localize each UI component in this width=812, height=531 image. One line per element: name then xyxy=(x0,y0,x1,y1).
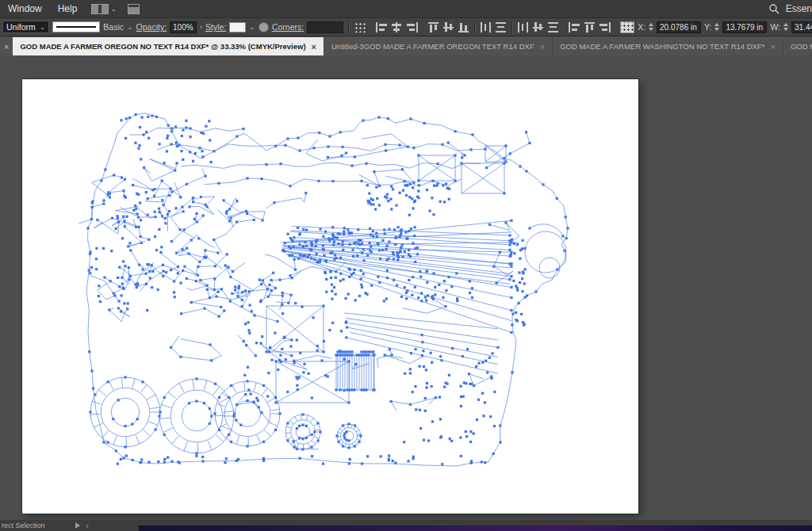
chevron-left-icon[interactable]: ‹ xyxy=(86,521,89,530)
style-swatch[interactable] xyxy=(229,22,246,32)
control-bar: Uniform ⌄ Basic ⌄ Opacity: 100% › Style:… xyxy=(0,17,812,36)
canvas-area[interactable] xyxy=(0,55,812,520)
align-horizontal-center-icon[interactable] xyxy=(391,22,403,32)
chevron-right-icon[interactable]: › xyxy=(200,24,202,31)
opacity-value[interactable]: 100% xyxy=(170,21,197,33)
stroke-preview[interactable] xyxy=(52,21,100,32)
menu-window[interactable]: Window xyxy=(0,3,50,14)
document-tab[interactable]: GOD MADE A FARMER WASHINGTON NO TEXT R14… xyxy=(553,37,783,55)
chevron-down-icon: ⌄ xyxy=(110,6,117,13)
artboard[interactable] xyxy=(22,79,638,514)
corners-label[interactable]: Corners: xyxy=(272,22,304,32)
tab-overflow-close-icon[interactable]: × xyxy=(0,37,13,55)
brush-value: Basic xyxy=(103,22,124,32)
close-icon[interactable]: × xyxy=(770,42,775,52)
tab-label: GOD MADE A FARMER WASHINGTON NO TEXT R14… xyxy=(560,42,764,51)
distribute-left-icon[interactable] xyxy=(517,22,529,32)
x-stepper[interactable] xyxy=(649,23,653,31)
align-vertical-center-icon[interactable] xyxy=(442,22,454,32)
close-icon[interactable]: × xyxy=(540,42,545,52)
vector-artwork[interactable] xyxy=(86,109,593,478)
brush-dropdown[interactable]: Basic ⌄ xyxy=(103,22,132,32)
align-right-icon[interactable] xyxy=(406,22,418,32)
opacity-label[interactable]: Opacity: xyxy=(136,22,167,32)
menu-help[interactable]: Help xyxy=(50,3,86,14)
workspace-switcher[interactable]: Essen xyxy=(786,3,812,14)
recolor-artwork-icon[interactable] xyxy=(259,22,269,32)
close-icon[interactable]: × xyxy=(312,42,316,52)
chevron-down-icon: ⌄ xyxy=(127,24,133,31)
style-label[interactable]: Style: xyxy=(205,22,226,32)
document-tab[interactable]: Untitled-3GOD MADE A FARMER OREGON TEXT … xyxy=(324,37,553,55)
divider xyxy=(511,21,512,34)
tab-label: GOD MADE A FARMER WASHING xyxy=(791,42,812,51)
distribute-vertical-icon[interactable] xyxy=(495,22,507,32)
current-tool-label: rect Selection xyxy=(0,521,45,529)
taskbar-strip xyxy=(139,525,812,531)
distribute-spacing-h-icon[interactable] xyxy=(569,22,580,32)
distribute-spacing-v-icon[interactable] xyxy=(584,22,596,32)
variable-width-dropdown[interactable]: Uniform ⌄ xyxy=(2,21,49,33)
corners-value[interactable] xyxy=(307,21,343,33)
divider xyxy=(348,21,349,34)
align-to-artboard-icon[interactable] xyxy=(620,21,634,33)
chevron-down-icon: ⌄ xyxy=(40,24,46,31)
distribute-center-icon[interactable] xyxy=(532,22,544,32)
tab-label: Untitled-3GOD MADE A FARMER OREGON TEXT … xyxy=(331,42,534,51)
variable-width-value: Uniform xyxy=(6,22,36,32)
arrange-documents-icon[interactable] xyxy=(91,4,109,14)
menubar-right-group: Essen xyxy=(768,3,812,14)
search-icon[interactable] xyxy=(768,3,779,14)
w-label: W: xyxy=(770,22,780,32)
y-stepper[interactable] xyxy=(714,23,719,31)
align-bottom-icon[interactable] xyxy=(458,22,469,32)
distribute-spacing-icon[interactable] xyxy=(599,22,611,32)
menu-bar: Window Help ⌄ Essen xyxy=(0,0,812,17)
document-arrange-icon[interactable] xyxy=(128,4,140,14)
x-value[interactable]: 20.0786 in xyxy=(657,21,701,33)
document-tab[interactable]: GOD MADE A FARMER WASHING xyxy=(783,37,812,55)
play-arrow-icon[interactable] xyxy=(75,522,80,529)
tab-label: GOD MADE A FARMER OREGON NO TEXT R14 DXF… xyxy=(20,42,305,51)
w-value[interactable]: 31.4419 in xyxy=(791,21,812,33)
y-value[interactable]: 13.7679 in xyxy=(722,21,767,33)
document-tab[interactable]: GOD MADE A FARMER OREGON NO TEXT R14 DXF… xyxy=(13,37,324,55)
align-top-icon[interactable] xyxy=(427,22,439,32)
align-left-icon[interactable] xyxy=(376,22,388,32)
distribute-horizontal-icon[interactable] xyxy=(480,22,492,32)
document-tab-bar: × GOD MADE A FARMER OREGON NO TEXT R14 D… xyxy=(0,37,812,55)
x-label: X: xyxy=(638,22,645,32)
artboard-grid-icon[interactable] xyxy=(354,21,366,32)
distribute-right-icon[interactable] xyxy=(547,22,559,32)
y-label: Y: xyxy=(704,22,711,32)
illustrator-window: Window Help ⌄ Essen Uniform ⌄ Basic ⌄ Op… xyxy=(0,0,812,531)
chevron-down-icon: ⌄ xyxy=(249,24,255,31)
divider xyxy=(474,21,475,34)
w-stepper[interactable] xyxy=(783,23,788,31)
